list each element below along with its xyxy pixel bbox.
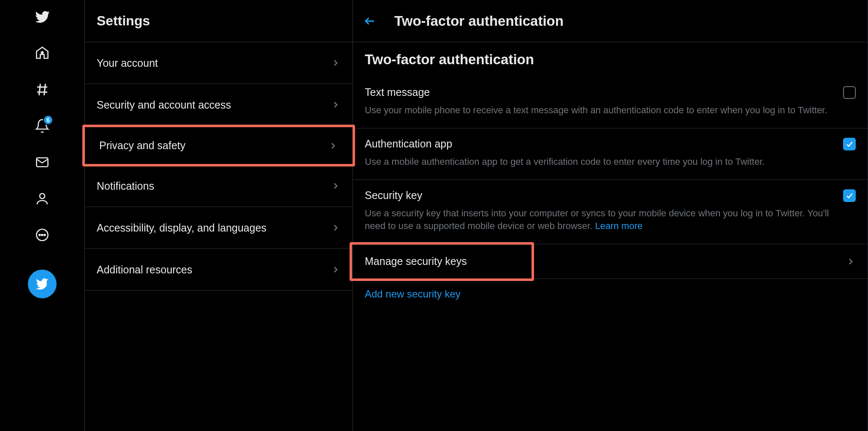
- notifications-icon[interactable]: 6: [34, 117, 51, 134]
- main-column: Two-factor authentication Two-factor aut…: [353, 0, 868, 431]
- settings-item-notifications[interactable]: Notifications: [85, 165, 353, 207]
- settings-item-label: Privacy and safety: [99, 139, 185, 152]
- option-label: Text message: [365, 86, 430, 98]
- settings-item-security[interactable]: Security and account access: [85, 84, 353, 126]
- auth-app-checkbox[interactable]: [843, 138, 856, 150]
- page-title: Two-factor authentication: [394, 13, 564, 29]
- option-label: Authentication app: [365, 138, 452, 150]
- option-label: Security key: [365, 189, 422, 202]
- svg-line-4: [44, 84, 46, 95]
- twitter-logo-icon[interactable]: [34, 8, 51, 25]
- icon-sidebar: 6: [0, 0, 84, 431]
- settings-item-label: Accessibility, display, and languages: [97, 222, 266, 234]
- main-header: Two-factor authentication: [353, 0, 868, 42]
- svg-point-0: [41, 52, 43, 54]
- settings-item-label: Security and account access: [97, 99, 231, 111]
- home-icon[interactable]: [34, 45, 51, 62]
- svg-point-8: [39, 235, 41, 236]
- messages-icon[interactable]: [34, 154, 51, 171]
- add-security-key-link[interactable]: Add new security key: [353, 279, 868, 309]
- settings-item-your-account[interactable]: Your account: [85, 42, 353, 84]
- more-icon[interactable]: [34, 226, 51, 243]
- option-text-message: Text message Use your mobile phone to re…: [353, 77, 868, 128]
- explore-icon[interactable]: [34, 81, 51, 98]
- manage-security-keys-item[interactable]: Manage security keys: [353, 244, 868, 279]
- option-description: Use a security key that inserts into you…: [365, 207, 829, 233]
- settings-title: Settings: [85, 0, 353, 42]
- chevron-right-icon: [331, 265, 341, 275]
- settings-item-label: Notifications: [97, 180, 154, 192]
- chevron-right-icon: [331, 100, 341, 110]
- settings-column: Settings Your account Security and accou…: [84, 0, 353, 431]
- option-security-key: Security key Use a security key that ins…: [353, 180, 868, 245]
- back-button[interactable]: [361, 13, 378, 30]
- chevron-right-icon: [846, 256, 856, 267]
- settings-item-accessibility[interactable]: Accessibility, display, and languages: [85, 207, 353, 249]
- svg-point-6: [40, 194, 45, 199]
- svg-point-9: [42, 235, 43, 236]
- notification-badge: 6: [43, 115, 53, 125]
- security-key-checkbox[interactable]: [843, 189, 856, 202]
- option-description: Use a mobile authentication app to get a…: [365, 155, 829, 169]
- svg-point-10: [44, 235, 46, 236]
- compose-tweet-button[interactable]: [28, 270, 57, 298]
- manage-label: Manage security keys: [365, 255, 467, 267]
- settings-item-label: Additional resources: [97, 264, 193, 276]
- option-description: Use your mobile phone to receive a text …: [365, 104, 829, 117]
- chevron-right-icon: [328, 141, 338, 151]
- section-title: Two-factor authentication: [353, 42, 868, 77]
- chevron-right-icon: [331, 223, 341, 233]
- chevron-right-icon: [331, 58, 341, 68]
- settings-item-additional[interactable]: Additional resources: [85, 249, 353, 291]
- profile-icon[interactable]: [34, 190, 51, 207]
- chevron-right-icon: [331, 181, 341, 191]
- text-message-checkbox[interactable]: [843, 86, 856, 99]
- settings-item-label: Your account: [97, 57, 158, 69]
- learn-more-link[interactable]: Learn more: [595, 221, 643, 231]
- settings-item-privacy[interactable]: Privacy and safety: [82, 125, 355, 166]
- svg-line-3: [39, 84, 41, 95]
- option-auth-app: Authentication app Use a mobile authenti…: [353, 128, 868, 180]
